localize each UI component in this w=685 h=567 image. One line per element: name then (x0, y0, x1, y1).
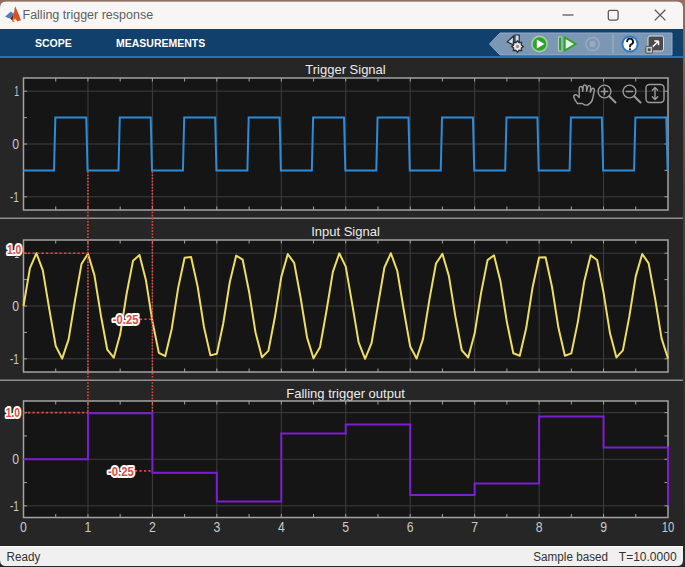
svg-text:2: 2 (149, 518, 156, 535)
svg-text:0: 0 (12, 450, 19, 467)
svg-text:-1: -1 (10, 497, 19, 514)
svg-text:MEASUREMENTS: MEASUREMENTS (116, 37, 205, 49)
svg-text:Falling trigger output: Falling trigger output (286, 386, 405, 401)
svg-text:7: 7 (471, 518, 478, 535)
svg-text:Trigger Signal: Trigger Signal (305, 62, 386, 77)
svg-text:-1: -1 (10, 350, 19, 367)
svg-text:T=10.0000: T=10.0000 (619, 550, 677, 564)
svg-text:6: 6 (407, 518, 414, 535)
svg-text:1.0: 1.0 (7, 243, 21, 257)
svg-text:SCOPE: SCOPE (35, 37, 72, 49)
svg-text:0: 0 (12, 297, 19, 314)
svg-text:1.0: 1.0 (6, 406, 20, 420)
svg-text:5: 5 (342, 518, 349, 535)
svg-text:3: 3 (213, 518, 220, 535)
svg-text:-0.25: -0.25 (113, 313, 139, 327)
svg-text:4: 4 (278, 518, 285, 535)
svg-text:Input Signal: Input Signal (311, 224, 380, 239)
svg-text:9: 9 (600, 518, 607, 535)
svg-text:-1: -1 (10, 188, 19, 205)
svg-text:0: 0 (12, 135, 19, 152)
svg-text:10: 10 (662, 518, 675, 535)
svg-text:-0.25: -0.25 (108, 465, 134, 479)
svg-text:0: 0 (20, 518, 27, 535)
svg-text:Sample based: Sample based (533, 550, 608, 564)
svg-text:1: 1 (14, 82, 19, 99)
svg-text:1: 1 (85, 518, 92, 535)
svg-text:Falling trigger response: Falling trigger response (23, 8, 154, 22)
svg-text:8: 8 (536, 518, 543, 535)
svg-text:Ready: Ready (7, 550, 41, 564)
